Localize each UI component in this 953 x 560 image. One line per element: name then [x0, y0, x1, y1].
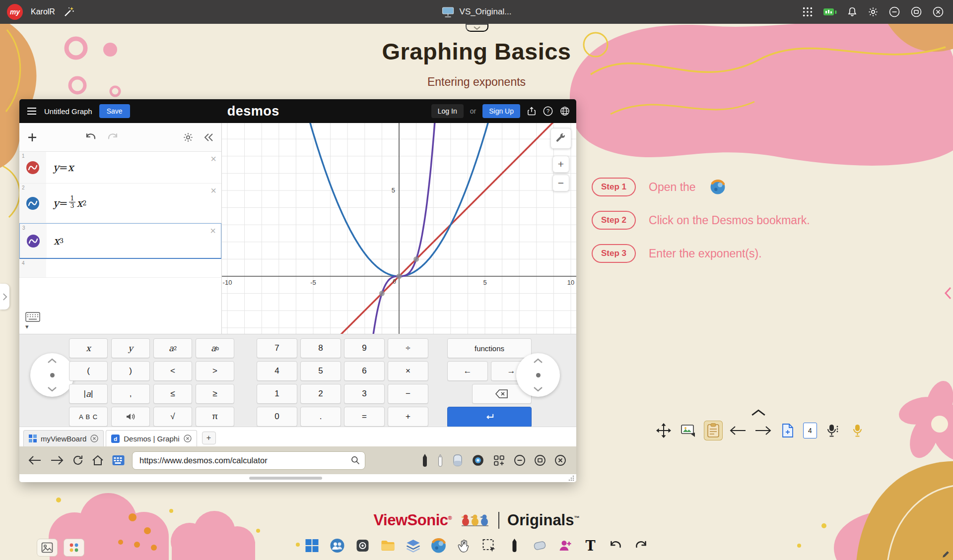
cursor-pad-right[interactable] [516, 353, 560, 397]
graph-canvas[interactable]: -10-551050 [222, 123, 576, 334]
expression-color-icon[interactable] [25, 196, 40, 211]
undo-arrow-icon[interactable] [608, 537, 624, 554]
expression-row-2[interactable]: 2 y = 13x2 × [19, 184, 221, 223]
expression-gutter[interactable]: 1 [19, 152, 46, 183]
expression-gutter[interactable]: 4 [19, 259, 46, 277]
browser-tab[interactable]: d Desmos | Graphi [106, 430, 197, 446]
key-equals[interactable]: = [344, 407, 385, 427]
page-number[interactable]: 4 [803, 423, 817, 438]
key-4[interactable]: 4 [257, 361, 297, 381]
undo-icon[interactable] [85, 132, 97, 142]
expression-row-3[interactable]: 3 x3 × [19, 223, 221, 259]
session-title[interactable]: VS_Original... [442, 6, 512, 17]
redo-icon[interactable] [107, 132, 119, 142]
apps-grid-icon[interactable] [802, 6, 813, 17]
key-paren-close[interactable]: ) [111, 361, 150, 381]
add-participant-icon[interactable] [557, 537, 574, 554]
right-panel-handle[interactable] [944, 287, 952, 300]
window-resize-handle[interactable] [568, 475, 575, 482]
embedded-browser-icon[interactable] [430, 537, 447, 554]
add-expression-icon[interactable] [27, 132, 37, 142]
tab-close-icon[interactable] [184, 435, 192, 442]
next-page-icon[interactable] [753, 421, 772, 440]
previous-page-icon[interactable] [729, 421, 748, 440]
myviewboard-logo[interactable]: my [7, 4, 23, 20]
expression-gutter[interactable]: 3 [20, 224, 47, 258]
search-icon[interactable] [350, 455, 360, 465]
expression-delete-icon[interactable]: × [210, 186, 216, 195]
cursor-pad-left[interactable] [30, 353, 74, 397]
key-3[interactable]: 3 [344, 384, 385, 404]
main-menu-button[interactable] [26, 107, 37, 116]
apps-palette-icon[interactable] [64, 539, 84, 557]
add-page-icon[interactable] [778, 421, 797, 440]
key-decimal[interactable]: . [300, 407, 341, 427]
expression-row-4[interactable]: 4 [19, 259, 221, 278]
tab-close-icon[interactable] [90, 435, 98, 442]
expression-row-1[interactable]: 1 y = x × [19, 152, 221, 184]
language-globe-icon[interactable] [559, 106, 570, 117]
refresh-icon[interactable] [72, 454, 84, 466]
window-mode-icon[interactable] [910, 6, 922, 18]
close-circle-icon[interactable] [932, 6, 944, 18]
key-gte[interactable]: ≥ [196, 384, 234, 404]
left-panel-handle[interactable] [0, 284, 9, 310]
redo-arrow-icon[interactable] [633, 537, 650, 554]
signup-button[interactable]: Sign Up [482, 104, 520, 118]
pan-hand-icon[interactable] [456, 537, 473, 554]
microphone-devices-icon[interactable] [823, 421, 842, 440]
key-add[interactable]: + [388, 407, 428, 427]
board-menu-handle[interactable] [466, 24, 488, 32]
key-greater-than[interactable]: > [196, 361, 234, 381]
save-button[interactable]: Save [99, 104, 130, 118]
help-icon[interactable]: ? [543, 106, 553, 117]
screen-capture-icon[interactable] [354, 537, 371, 554]
key-a-squared[interactable]: a2 [153, 338, 192, 358]
clipboard-icon[interactable] [704, 421, 723, 440]
widgets-add-icon[interactable] [493, 454, 505, 467]
key-multiply[interactable]: × [388, 361, 428, 381]
expression-input[interactable]: x3 [47, 224, 221, 258]
zoom-out-button[interactable]: − [552, 175, 569, 191]
pencil-icon[interactable] [942, 550, 950, 559]
screen-share-icon[interactable] [679, 421, 698, 440]
share-icon[interactable] [527, 106, 537, 116]
key-comma[interactable]: , [111, 384, 150, 404]
cast-device-icon[interactable] [823, 6, 837, 17]
key-5[interactable]: 5 [300, 361, 341, 381]
key-arrow-left[interactable]: ← [447, 361, 488, 381]
login-button[interactable]: Log In [431, 104, 464, 118]
notifications-bell-icon[interactable] [847, 6, 858, 17]
key-paren-open[interactable]: ( [69, 361, 108, 381]
participants-icon[interactable] [329, 537, 346, 554]
key-0[interactable]: 0 [257, 407, 297, 427]
key-less-than[interactable]: < [153, 361, 192, 381]
eraser-icon[interactable] [532, 537, 548, 554]
magic-wand-icon[interactable] [63, 6, 75, 18]
layers-icon[interactable] [405, 537, 422, 554]
key-y[interactable]: y [111, 338, 150, 358]
key-1[interactable]: 1 [257, 384, 297, 404]
key-functions[interactable]: functions [447, 338, 532, 358]
select-area-icon[interactable] [481, 537, 498, 554]
expression-color-icon[interactable] [26, 234, 41, 249]
collapse-panel-icon[interactable] [204, 133, 213, 142]
key-enter[interactable] [447, 407, 532, 428]
windows-icon[interactable] [304, 537, 321, 554]
key-7[interactable]: 7 [257, 338, 297, 358]
minimize-window-icon[interactable] [514, 454, 526, 466]
folder-icon[interactable] [380, 537, 397, 554]
browser-tab[interactable]: myViewBoard [23, 430, 104, 446]
key-8[interactable]: 8 [300, 338, 341, 358]
key-sqrt[interactable]: √ [153, 407, 192, 427]
photo-tool-icon[interactable] [37, 539, 58, 557]
close-window-icon[interactable] [554, 454, 566, 466]
expression-delete-icon[interactable]: × [210, 154, 216, 164]
expression-color-icon[interactable] [25, 160, 40, 175]
dropper-tool-icon[interactable] [421, 454, 428, 467]
expression-delete-icon[interactable]: × [210, 226, 216, 236]
key-abc[interactable]: A B C [69, 407, 108, 427]
expression-input[interactable]: y = 13x2 [46, 184, 221, 223]
maximize-window-icon[interactable] [534, 454, 546, 466]
keyboard-panel-icon[interactable] [112, 455, 125, 466]
